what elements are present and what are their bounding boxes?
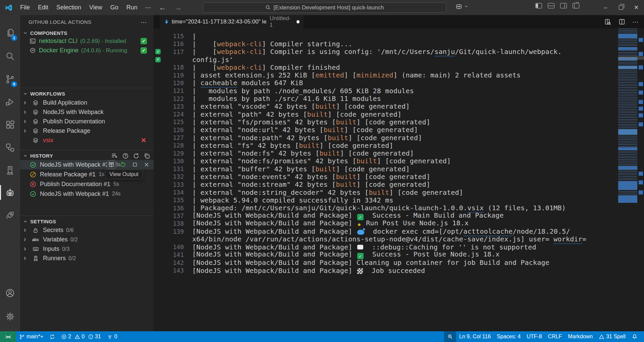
- branch-item[interactable]: main*+: [16, 331, 46, 342]
- settings-section-header[interactable]: SETTINGS: [20, 217, 154, 226]
- remote-indicator[interactable]: ><: [0, 331, 16, 342]
- settings-runners[interactable]: Runners0/2: [20, 254, 154, 263]
- menu-edit[interactable]: Edit: [34, 2, 52, 13]
- chevron-right-icon[interactable]: [20, 100, 30, 105]
- customize-layout-icon[interactable]: [573, 3, 579, 8]
- line-text: [NodeJS with Webpack/Build and Package] …: [184, 219, 469, 228]
- settings-variables[interactable]: abcVariables0/2: [20, 235, 154, 244]
- history-item[interactable]: NodeJS with Webpack #223s: [20, 160, 154, 169]
- history-item[interactable]: NodeJS with Webpack #124s: [20, 189, 154, 198]
- clear-history-icon[interactable]: [111, 152, 118, 159]
- activity-settings-gear-icon[interactable]: [0, 308, 20, 325]
- code-area[interactable]: 115|116| [webpack-cli] Compiler starting…: [154, 28, 618, 331]
- tab-title: time="2024-11-17T18:32:43-05:00" level=i: [172, 18, 266, 25]
- activity-account-icon[interactable]: [0, 285, 20, 301]
- search-value: [Extension Development Host] quick-launc…: [274, 4, 384, 11]
- view-output-button[interactable]: [107, 161, 116, 169]
- chevron-right-icon[interactable]: [20, 128, 30, 133]
- chevron-right-icon[interactable]: [20, 110, 30, 115]
- history-item[interactable]: Publish Documentation #15s: [20, 179, 154, 189]
- ports-item[interactable]: 0: [104, 331, 120, 342]
- zoom-indicator[interactable]: [444, 331, 456, 342]
- minimize-button[interactable]: –: [598, 0, 613, 15]
- minimap-slider[interactable]: [618, 56, 644, 60]
- line-text: | external "buffer" 42 bytes [built] [co…: [184, 165, 410, 173]
- activity-source-control-icon[interactable]: 9: [0, 71, 20, 87]
- menu-view[interactable]: View: [85, 2, 106, 13]
- activity-explorer-icon[interactable]: 1: [0, 25, 20, 41]
- encoding[interactable]: UTF-8: [524, 331, 545, 342]
- component-item[interactable]: nektos/act CLI(0.2.69) - Installed✓: [20, 37, 154, 46]
- notifications-bell[interactable]: [629, 331, 641, 342]
- toggle-panel-icon[interactable]: [548, 3, 554, 8]
- menu-go[interactable]: Go: [106, 2, 122, 13]
- menu-overflow-icon[interactable]: ⋯: [142, 2, 155, 13]
- workflows-section-header[interactable]: WORKFLOWS: [20, 90, 154, 98]
- activity-github-local-actions-icon[interactable]: [0, 184, 20, 201]
- cursor-position[interactable]: Ln 9, Col 116: [456, 331, 494, 342]
- chevron-right-icon: [22, 119, 28, 124]
- nav-forward-icon[interactable]: →: [170, 3, 186, 12]
- workflow-build-application[interactable]: Build Application: [20, 98, 154, 107]
- menu-file[interactable]: File: [16, 2, 34, 13]
- spell-checker[interactable]: 31 Spell: [596, 331, 629, 342]
- sidebar-more-actions-icon[interactable]: ⋯: [139, 17, 149, 27]
- line-number: 137: [162, 212, 184, 219]
- status-bar: >< main*+ 2 0 31 0 Ln 9, Col 116 Spaces:…: [0, 331, 644, 342]
- menu-run[interactable]: Run: [122, 2, 142, 13]
- rerun-button[interactable]: [119, 161, 127, 169]
- refresh-icon[interactable]: [133, 153, 140, 159]
- command-center-search[interactable]: [Extension Development Host] quick-launc…: [203, 2, 446, 13]
- chevron-right-icon[interactable]: [20, 119, 30, 124]
- activity-remote-machine-icon[interactable]: [0, 162, 20, 178]
- copy-history-icon[interactable]: [144, 153, 150, 159]
- settings-secrets[interactable]: Secrets0/6: [20, 226, 154, 235]
- language-mode[interactable]: Markdown: [565, 331, 596, 342]
- tab-untitled-1[interactable]: time="2024-11-17T18:32:43-05:00" level=i…: [160, 15, 304, 28]
- check-square-icon: ✓: [141, 38, 147, 44]
- copilot-menu[interactable]: [455, 3, 468, 10]
- nav-back-icon[interactable]: ←: [155, 3, 170, 12]
- menu-selection[interactable]: Selection: [52, 2, 85, 13]
- chevron-down-icon: [464, 4, 468, 8]
- split-editor-icon[interactable]: [618, 18, 626, 25]
- modified-dot-icon[interactable]: [297, 20, 300, 23]
- activity-references-icon[interactable]: [0, 139, 20, 156]
- line-text: | external "path" 42 bytes [built] [code…: [184, 110, 401, 118]
- workflow-publish-documentation[interactable]: Publish Documentation: [20, 117, 154, 126]
- activity-bar: 19: [0, 15, 20, 331]
- more-editor-actions-icon[interactable]: ⋯: [632, 18, 639, 26]
- activity-rocket-icon[interactable]: [0, 207, 20, 223]
- components-section-header[interactable]: COMPONENTS: [20, 29, 154, 37]
- component-item[interactable]: Docker Engine(24.0.6) - Running✓: [20, 46, 154, 55]
- restore-button[interactable]: [613, 0, 629, 15]
- problems-item[interactable]: 2 0 31: [58, 331, 104, 342]
- indentation[interactable]: Spaces: 4: [494, 331, 524, 342]
- line-text: |: [184, 32, 196, 40]
- history-section-header[interactable]: HISTORY: [20, 152, 154, 160]
- code-line: 138[NodeJS with Webpack/Build and Packag…: [154, 220, 618, 227]
- line-number: 130: [162, 158, 184, 165]
- eol-sequence[interactable]: CRLF: [545, 331, 565, 342]
- workflow-release-package[interactable]: Release Package: [20, 126, 154, 135]
- activity-run-debug-icon[interactable]: [0, 94, 20, 110]
- activity-extensions-icon[interactable]: [0, 117, 20, 133]
- toggle-secondary-sidebar-icon[interactable]: [560, 3, 567, 8]
- open-preview-icon[interactable]: [604, 18, 611, 25]
- line-text: x64/bin/node /var/run/act/actions/action…: [184, 235, 586, 243]
- minimap[interactable]: [618, 28, 637, 203]
- workflow-vsix[interactable]: vsix✕: [20, 136, 154, 145]
- code-line: 123| external "vscode" 42 bytes [built] …: [154, 103, 618, 110]
- settings-inputs[interactable]: Inputs0/3: [20, 244, 154, 253]
- toggle-primary-sidebar-icon[interactable]: [535, 3, 542, 8]
- stop-button[interactable]: [130, 161, 139, 169]
- line-text: | [webpack-cli] Compiler starting...: [184, 40, 352, 48]
- activity-search-icon[interactable]: [0, 48, 20, 64]
- help-icon[interactable]: [122, 153, 129, 159]
- settings-label: Inputs: [43, 245, 59, 252]
- workflow-nodejs-with-webpack[interactable]: NodeJS with Webpack: [20, 108, 154, 117]
- sync-button[interactable]: [46, 331, 58, 342]
- badge-count: 1: [11, 35, 17, 41]
- dismiss-icon[interactable]: [142, 161, 151, 169]
- close-button[interactable]: ✕: [629, 0, 644, 15]
